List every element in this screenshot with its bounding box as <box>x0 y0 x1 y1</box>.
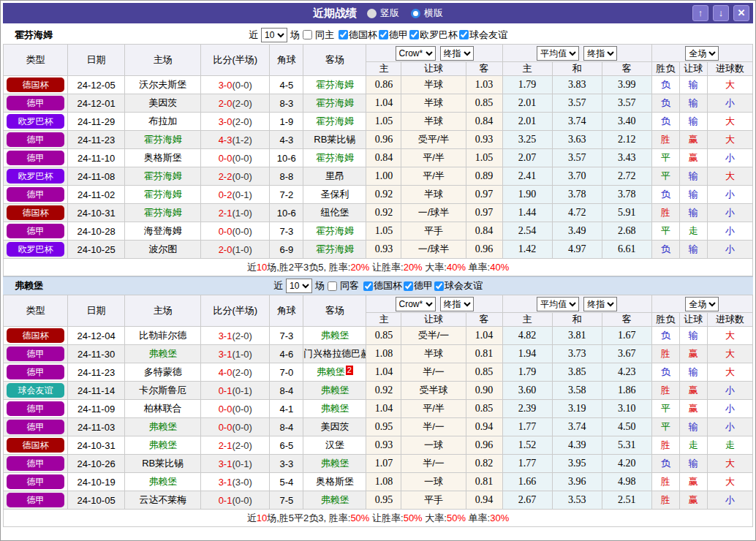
competition-badge: 德甲 <box>7 456 64 471</box>
col-avg-home: 主 <box>502 62 552 76</box>
average-select[interactable]: 平均值 <box>537 297 579 311</box>
fulltime-score: 2-0 <box>219 98 233 109</box>
fulltime-score: 3-0 <box>219 116 233 127</box>
result-cell: 输 <box>679 186 707 204</box>
match-count-select[interactable]: 10 <box>286 279 312 293</box>
move-down-button[interactable]: ↓ <box>713 5 729 21</box>
radio-horizontal-layout[interactable]: 横版 <box>411 7 443 20</box>
competition-checkbox[interactable] <box>339 30 348 39</box>
competition-filter[interactable]: 德甲 <box>404 279 433 292</box>
average-select[interactable]: 平均值 <box>537 46 579 61</box>
score-cell: 2-0(2-0) <box>201 94 270 113</box>
handicap-odds-cell: 0.92 <box>366 186 401 204</box>
col-odds-handicap: 让球 <box>401 62 466 76</box>
match-row: 德甲24-11-23多特蒙德4-0(2-0)7-0弗赖堡21.04半/一0.85… <box>4 363 753 382</box>
type-cell: 德甲 <box>4 473 68 491</box>
match-row: 欧罗巴杯24-10-25波尔图2-0(1-0)6-9霍芬海姆0.93一/球半0.… <box>4 241 753 259</box>
col-odds-away: 客 <box>466 313 502 327</box>
col-corner: 角球 <box>270 295 303 327</box>
type-cell: 德甲 <box>4 131 68 149</box>
handicap-odds-cell: 0.95 <box>366 491 401 510</box>
away-team-name: 圣保利 <box>320 189 349 200</box>
fulltime-score: 0-0 <box>219 422 233 433</box>
halftime-score: (0-1) <box>232 189 252 200</box>
corner-cell: 10-6 <box>270 149 303 167</box>
score-cell: 3-1(1-0) <box>201 345 270 363</box>
close-button[interactable]: ✕ <box>733 5 749 21</box>
handicap-odds-cell: 平/半 <box>401 167 466 186</box>
average-odds-cell: 6.61 <box>602 241 651 259</box>
competition-filter[interactable]: 德甲 <box>379 29 408 42</box>
radio-unselected-icon[interactable] <box>411 9 420 18</box>
col-odds-home: 主 <box>366 313 401 327</box>
average-odds-cell: 2.12 <box>602 131 651 149</box>
final-odds-select[interactable]: 终指 <box>440 46 474 61</box>
date-cell: 24-10-31 <box>68 436 125 455</box>
radio-vertical-layout[interactable]: 竖版 <box>367 7 399 20</box>
average-odds-cell: 1.44 <box>502 204 552 222</box>
corner-cell: 6-5 <box>270 436 303 455</box>
home-team-cell: 弗赖堡 <box>125 345 201 363</box>
average-odds-cell: 1.77 <box>502 455 552 473</box>
handicap-odds-cell: 0.85 <box>366 327 401 345</box>
handicap-odds-cell: 0.97 <box>466 186 502 204</box>
result-cell: 负 <box>651 186 679 204</box>
result-cell: 负 <box>651 241 679 259</box>
competition-filter[interactable]: 球会友谊 <box>434 279 483 292</box>
competition-checkbox[interactable] <box>379 30 388 39</box>
summary-stat-value: 10 <box>257 512 267 523</box>
col-avg-away: 客 <box>602 313 651 327</box>
result-cell: 负 <box>651 94 679 113</box>
full-match-select[interactable]: 全场 <box>685 46 719 61</box>
matches-table-away: 类型 日期 主场 比分(半场) 角球 客场 Crow*终指 平均值终指 全场 主… <box>3 295 753 527</box>
average-group-header: 平均值终指 <box>502 295 651 313</box>
result-cell: 小 <box>707 382 752 400</box>
competition-checkbox[interactable] <box>434 281 444 291</box>
odds-source-select[interactable]: Crow* <box>396 297 436 311</box>
average-odds-cell: 1.79 <box>502 363 552 382</box>
average-odds-cell: 3.78 <box>552 186 602 204</box>
full-match-select[interactable]: 全场 <box>685 297 719 311</box>
corner-cell: 7-3 <box>270 327 303 345</box>
result-cell: 赢 <box>679 131 707 149</box>
competition-checkbox[interactable] <box>459 30 469 39</box>
match-count-select[interactable]: 10 <box>261 28 287 42</box>
competition-filter[interactable]: 德国杯 <box>339 29 377 42</box>
date-cell: 24-12-05 <box>68 76 125 94</box>
radio-horizontal-label: 横版 <box>424 7 443 20</box>
away-team-cell: 汉堡 <box>303 436 366 455</box>
fulltime-score: 3-1 <box>219 477 233 488</box>
match-row: 欧罗巴杯24-11-29布拉加3-0(2-0)1-9霍芬海姆1.05半球0.84… <box>4 113 753 131</box>
competition-checkbox[interactable] <box>363 281 373 291</box>
odds-source-select[interactable]: Crow* <box>396 46 436 61</box>
competition-badge: 欧罗巴杯 <box>7 242 64 257</box>
competition-badge: 德国杯 <box>7 438 64 453</box>
competition-filter[interactable]: 欧罗巴杯 <box>409 29 458 42</box>
result-cell: 胜 <box>651 382 679 400</box>
same-side-checkbox[interactable] <box>328 281 337 291</box>
competition-filter[interactable]: 球会友谊 <box>459 29 507 42</box>
date-cell: 24-10-05 <box>68 491 125 510</box>
competition-filter[interactable]: 德国杯 <box>363 279 402 292</box>
summary-text: 场,胜5平2负3, 胜率: <box>267 512 350 523</box>
competition-checkbox[interactable] <box>409 30 419 39</box>
summary-text: 单率: <box>466 262 490 273</box>
move-up-button[interactable]: ↑ <box>692 5 708 21</box>
average-odds-cell: 3.74 <box>552 113 602 131</box>
final-odds2-select[interactable]: 终指 <box>583 46 617 61</box>
away-team-name: 里昂 <box>325 170 344 181</box>
date-cell: 24-10-28 <box>68 222 125 241</box>
handicap-odds-cell: 0.95 <box>366 418 401 436</box>
score-cell: 4-3(1-2) <box>201 131 270 149</box>
final-odds2-select[interactable]: 终指 <box>583 297 617 311</box>
result-cell: 走 <box>707 436 752 455</box>
competition-checkbox[interactable] <box>404 281 413 291</box>
same-side-checkbox[interactable] <box>303 30 312 39</box>
col-result-handicap: 让球 <box>679 313 707 327</box>
home-team-name: 霍芬海姆 <box>144 170 182 181</box>
average-odds-cell: 2.51 <box>602 491 651 510</box>
radio-selected-icon[interactable] <box>367 9 377 18</box>
col-result-wl: 胜负 <box>651 62 679 76</box>
away-team-cell: 霍芬海姆 <box>303 76 366 94</box>
final-odds-select[interactable]: 终指 <box>440 297 474 311</box>
